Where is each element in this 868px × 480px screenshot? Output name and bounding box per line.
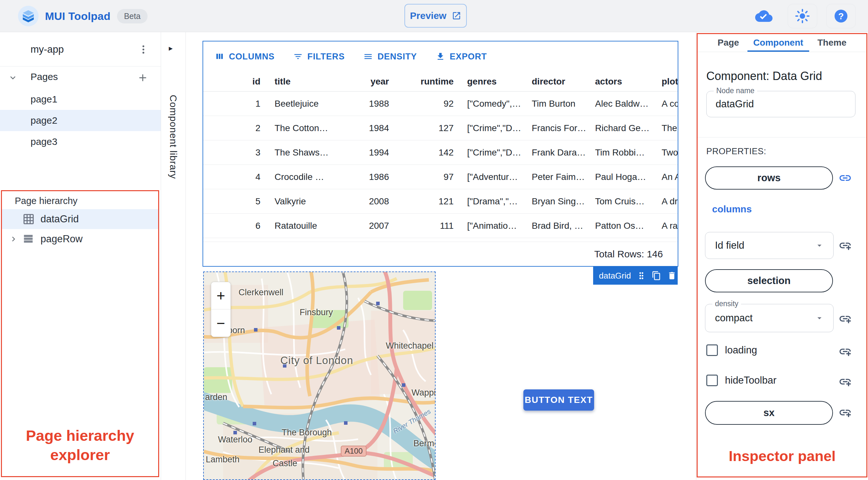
map-label: arden xyxy=(205,392,227,402)
loading-checkbox[interactable] xyxy=(706,344,718,356)
rows-property-button[interactable]: rows xyxy=(705,166,833,190)
sidebar-item-page1[interactable]: page1 xyxy=(0,89,161,110)
table-cell: Tim Burton xyxy=(528,99,592,109)
component-heading: Component: Data Grid xyxy=(706,69,822,83)
table-cell: 111 xyxy=(390,221,455,231)
export-button[interactable]: EXPORT xyxy=(436,52,487,62)
app-title: MUI Toolpad xyxy=(45,10,111,23)
app-menu-kebab-icon[interactable] xyxy=(135,40,152,59)
table-cell: A co xyxy=(658,99,678,109)
id-field-select[interactable]: Id field xyxy=(705,232,834,259)
preview-button[interactable]: Preview xyxy=(404,4,467,28)
table-cell: The xyxy=(658,123,678,133)
columns-button[interactable]: COLUMNS xyxy=(215,52,275,62)
table-row[interactable]: 2The Cotton…1984127["Crime","D…Francis F… xyxy=(203,116,678,140)
column-header-director[interactable]: director xyxy=(528,76,592,87)
link-icon[interactable] xyxy=(838,171,852,185)
table-cell: ["Crime","D… xyxy=(455,148,528,158)
density-select[interactable]: density compact xyxy=(705,304,834,332)
node-name-field[interactable]: Node name xyxy=(706,91,856,117)
column-header-title[interactable]: title xyxy=(261,76,341,87)
node-name-input[interactable] xyxy=(716,91,844,117)
table-row[interactable]: 1Beetlejuice198892["Comedy",…Tim BurtonA… xyxy=(203,92,678,116)
column-header-actors[interactable]: actors xyxy=(592,76,658,87)
columns-property-link[interactable]: columns xyxy=(712,204,752,215)
export-button-label: EXPORT xyxy=(450,52,487,62)
add-link-icon[interactable] xyxy=(838,312,852,326)
table-cell: Richard Ge… xyxy=(592,123,658,133)
add-link-icon[interactable] xyxy=(838,238,852,253)
hidetoolbar-property-row: hideToolbar xyxy=(706,375,776,386)
hidetoolbar-checkbox[interactable] xyxy=(706,375,718,386)
sidebar-item-page2[interactable]: page2 xyxy=(0,110,161,131)
page-hierarchy-panel: Page hierarchy dataGrid pageRow Page hie… xyxy=(1,190,159,477)
datagrid-component[interactable]: COLUMNS FILTERS DENSITY EXPORT id title xyxy=(203,41,678,267)
column-header-year[interactable]: year xyxy=(341,76,390,87)
trash-icon[interactable] xyxy=(667,271,677,281)
loading-property-row: loading xyxy=(706,344,757,356)
column-header-plot[interactable]: plot xyxy=(658,76,678,87)
table-cell: 5 xyxy=(203,196,261,206)
zoom-out-button[interactable]: − xyxy=(211,310,230,337)
table-cell: Paul Hoga… xyxy=(592,172,658,182)
chevron-right-icon[interactable] xyxy=(7,234,20,244)
table-cell: The Shaws… xyxy=(261,148,341,158)
add-link-icon[interactable] xyxy=(838,406,852,420)
add-page-plus-icon[interactable] xyxy=(134,69,151,86)
datagrid-rows: 1Beetlejuice198892["Comedy",…Tim BurtonA… xyxy=(203,92,678,238)
table-row[interactable]: 6Ratatouille2007111["Animatio…Brad Bird,… xyxy=(203,214,678,238)
column-header-id[interactable]: id xyxy=(203,76,261,87)
drag-handle-icon[interactable] xyxy=(637,271,646,280)
density-button[interactable]: DENSITY xyxy=(363,52,417,62)
map-component[interactable]: ClerkenwellFinsburybornCity of LondonWhi… xyxy=(203,271,436,480)
tab-page[interactable]: Page xyxy=(717,33,739,52)
add-link-icon[interactable] xyxy=(838,375,852,389)
zoom-in-button[interactable]: + xyxy=(211,282,230,310)
expand-right-icon[interactable]: ▸ xyxy=(169,44,173,53)
hidetoolbar-label: hideToolbar xyxy=(725,375,776,386)
selection-property-button[interactable]: selection xyxy=(705,269,833,292)
tab-component[interactable]: Component xyxy=(753,33,803,52)
page-canvas: COLUMNS FILTERS DENSITY EXPORT id title xyxy=(186,32,696,480)
inspector-tabs: Page Component Theme xyxy=(698,33,866,52)
cloud-done-icon[interactable] xyxy=(749,4,779,28)
table-cell: 1994 xyxy=(341,148,390,158)
table-cell: ["Crime","D… xyxy=(455,123,528,133)
add-link-icon[interactable] xyxy=(838,344,852,358)
table-cell: Francis For… xyxy=(528,123,592,133)
copy-icon[interactable] xyxy=(652,271,661,281)
table-cell: ["Animatio… xyxy=(455,221,528,231)
table-row[interactable]: 5Valkyrie2008121["Drama","…Bryan Sing…To… xyxy=(203,189,678,214)
sun-icon[interactable] xyxy=(787,4,817,28)
rows-icon xyxy=(23,233,35,245)
map-label: A100 xyxy=(341,446,367,456)
table-cell: 2008 xyxy=(341,196,390,206)
component-library-strip[interactable]: ▸ Component library xyxy=(161,32,186,480)
tab-theme[interactable]: Theme xyxy=(817,33,846,52)
hierarchy-item-label: dataGrid xyxy=(40,213,79,225)
table-cell: 3 xyxy=(203,148,261,158)
canvas-button-component[interactable]: BUTTON TEXT xyxy=(523,389,594,411)
hierarchy-item-datagrid[interactable]: dataGrid xyxy=(2,209,158,229)
page-label: page1 xyxy=(31,94,57,104)
help-icon[interactable]: ? xyxy=(826,4,856,28)
sx-property-button[interactable]: sx xyxy=(705,401,833,425)
table-cell: Brad Bird, … xyxy=(528,221,592,231)
column-header-genres[interactable]: genres xyxy=(455,76,528,87)
hierarchy-item-pagerow[interactable]: pageRow xyxy=(2,229,158,249)
chevron-down-icon[interactable] xyxy=(6,71,20,85)
table-cell: Alec Baldw… xyxy=(592,99,658,109)
app-header: MUI Toolpad Beta Preview xyxy=(0,0,868,32)
table-row[interactable]: 4Crocodile …198697["Adventur…Peter Faim…… xyxy=(203,165,678,189)
datagrid-selection-chip[interactable]: dataGrid xyxy=(593,267,678,285)
density-value: compact xyxy=(715,312,752,324)
filters-button[interactable]: FILTERS xyxy=(293,52,345,62)
sidebar-item-page3[interactable]: page3 xyxy=(0,131,161,152)
density-label: density xyxy=(712,299,741,308)
table-cell: Peter Faim… xyxy=(528,172,592,182)
page-label: page3 xyxy=(31,136,57,147)
datagrid-footer: Total Rows: 146 xyxy=(203,242,678,266)
table-row[interactable]: 3The Shaws…1994142["Crime","D…Frank Dara… xyxy=(203,140,678,165)
column-header-runtime[interactable]: runtime xyxy=(390,76,455,87)
map-label: City of London xyxy=(280,354,353,366)
